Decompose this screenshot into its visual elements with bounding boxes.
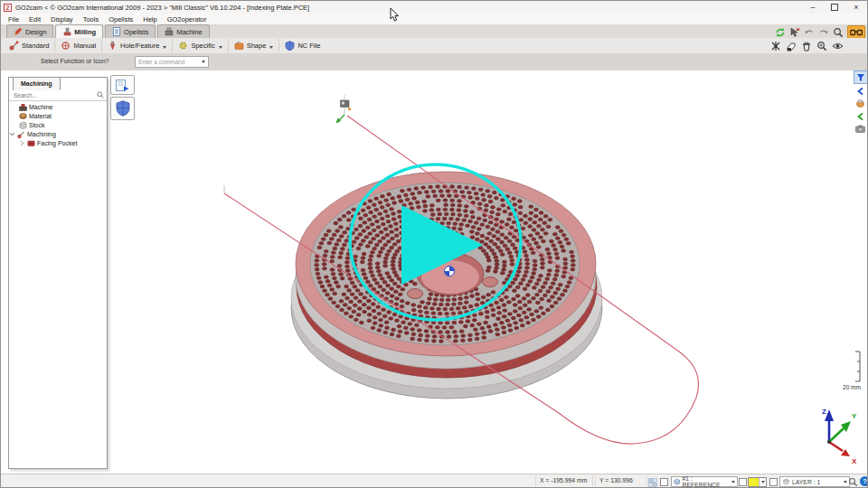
menu-opelists[interactable]: Opelists [108,15,133,23]
menu-display[interactable]: Display [51,15,73,23]
go2operator-button[interactable] [847,25,865,39]
color-picker[interactable] [748,477,767,487]
chevron-left-blue-icon [856,87,864,96]
filter-icon [856,73,865,82]
shape-button[interactable]: Shape [229,39,280,52]
tab-machine[interactable]: Machine [157,24,209,38]
specific-dropdown-icon [219,46,222,49]
tab-label: Opelists [124,28,148,36]
search-input[interactable] [12,91,97,99]
help-icon: ? [863,477,867,485]
selection-burst-icon[interactable] [770,41,781,52]
tab-milling[interactable]: Milling [55,24,103,38]
title-bar: 2 GO2cam < © GO2cam International 2009 -… [1,1,867,14]
button-label: Hole/Feature [120,42,159,50]
help-button[interactable]: ? [860,476,868,486]
tree-item-machining[interactable]: Machining [9,129,107,138]
menu-go2operator[interactable]: GO2operator [167,15,207,23]
reference-combobox[interactable]: #1 : REFERENCE [671,476,738,487]
menu-help[interactable]: Help [143,15,156,23]
color-picker-chevron [759,478,766,486]
3d-scene: 20 mm Z Y X [1,70,868,474]
command-combobox-chevron-icon [202,61,205,63]
layer-combobox-value: LAYER : 1 [792,479,820,485]
axis-z-label: Z [822,408,826,416]
machining-tree-icon [17,130,25,138]
tab-opelists[interactable]: Opelists [105,24,156,38]
standard-icon [9,41,19,51]
eraser-icon[interactable] [786,41,797,52]
standard-button[interactable]: Standard [4,39,55,52]
tree-item-machine[interactable]: Machine [9,102,107,111]
menu-tools[interactable]: Tools [83,15,99,23]
tab-design[interactable]: Design [6,24,53,38]
chevron-collapsed-icon[interactable] [19,140,25,146]
command-combobox[interactable]: Enter a command [135,56,209,68]
machine-icon [165,27,174,36]
layer-checkbox[interactable] [769,478,778,486]
grab-hand-button[interactable] [854,98,866,109]
panel-search-bar [9,89,107,101]
layer-combobox[interactable]: LAYER : 1 [779,476,850,487]
axis-triad: Z Y X [822,408,857,465]
counterbore-hole-right [483,277,498,287]
button-label: Manual [73,42,96,50]
graphics-viewport[interactable]: 20 mm Z Y X Machining [1,70,868,474]
filter-button[interactable] [854,70,868,84]
minimize-button[interactable]: – [802,1,824,14]
maximize-button[interactable] [824,1,845,14]
nc-shield-button[interactable] [110,97,135,120]
origin-marker [445,267,455,277]
tree-item-label: Facing Pocket [37,140,77,146]
layer-zoom-icon[interactable] [848,477,858,487]
hole-feature-dropdown-icon [163,46,166,49]
zoom-plus-icon[interactable] [816,41,827,52]
operation-list-button[interactable] [110,75,135,95]
tree-item-label: Machining [27,131,56,137]
color-checkbox[interactable] [739,478,747,486]
reference-checkbox[interactable] [660,478,668,486]
sync-icon[interactable] [775,27,786,38]
collapse-green-button[interactable] [854,110,866,122]
stock-tree-icon [19,121,27,129]
button-label: Specific [191,42,214,50]
machining-panel-tab-label: Machining [21,80,52,87]
collapse-blue-button[interactable] [854,85,866,97]
nc-file-button[interactable]: NC File [279,39,326,52]
camera-button[interactable] [854,123,866,135]
grid-snap-icon[interactable] [648,478,657,487]
manual-button[interactable]: Manual [55,39,102,52]
chevron-expanded-icon[interactable] [9,131,15,137]
search-icon [97,91,104,99]
nc-shield-icon [116,100,130,117]
chevron-left-green-icon [856,112,864,121]
close-button[interactable]: × [845,1,867,14]
maximize-icon [831,4,838,11]
select-tool-icon[interactable] [789,27,800,38]
zoom-icon[interactable] [833,27,844,38]
shape-icon [234,41,244,51]
machine-tree-icon [19,103,27,111]
tree-item-facing-pocket[interactable]: Facing Pocket [9,138,107,147]
menu-file[interactable]: File [8,15,19,23]
menu-bar: File Edit Display Tools Opelists Help GO… [1,14,867,24]
x-coordinate-readout: X = -195.994 mm [535,475,593,486]
machining-panel: Machining Machine [8,77,108,469]
undo-icon[interactable] [804,27,815,38]
axis-y-label: Y [852,412,857,420]
machining-panel-tab[interactable]: Machining [13,77,61,90]
tree-item-stock[interactable]: Stock [9,120,107,129]
hole-feature-button[interactable]: Hole/Feature [102,39,173,52]
opelists-icon [112,27,121,36]
redo-icon[interactable] [818,27,829,38]
menu-edit[interactable]: Edit [29,15,41,23]
specific-button[interactable]: Specific [173,39,228,52]
command-combobox-value: Enter a command [138,59,184,65]
button-label: Standard [22,42,49,50]
tree-item-material[interactable]: Material [9,111,107,120]
visibility-icon[interactable] [832,41,844,52]
go2operator-glasses-icon [850,29,863,36]
layer-combobox-chevron-icon [844,481,847,483]
button-label: Shape [247,42,267,50]
clear-bucket-icon[interactable] [801,41,812,52]
